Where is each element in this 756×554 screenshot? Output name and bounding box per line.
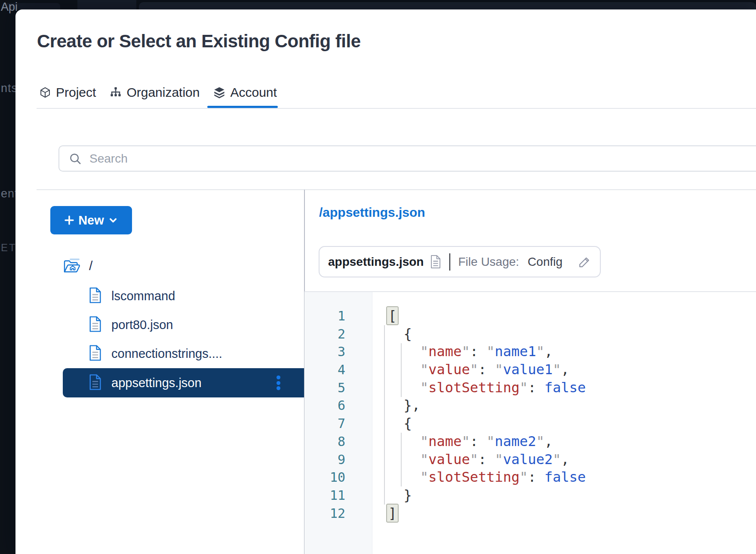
pencil-icon[interactable]	[578, 255, 591, 269]
tab-label: Organization	[126, 85, 200, 100]
line-number: 2	[304, 325, 372, 343]
line-number: 4	[304, 361, 372, 379]
code-line: "value": "value2",	[372, 451, 756, 469]
tab-organization[interactable]: Organization	[110, 85, 200, 100]
open-folder-home-icon	[63, 258, 82, 274]
code-line: [	[372, 307, 756, 325]
file-usage-label: File Usage:	[458, 255, 519, 269]
code-line: {	[372, 415, 756, 433]
tab-account[interactable]: Account	[213, 85, 277, 100]
cube-icon	[39, 86, 51, 98]
file-row-port80-json[interactable]: port80.json	[63, 310, 304, 339]
tab-project[interactable]: Project	[39, 85, 96, 100]
line-number: 6	[304, 397, 372, 415]
file-icon	[76, 287, 102, 305]
line-number: 7	[304, 415, 372, 433]
file-icon	[76, 316, 102, 334]
tab-label: Account	[230, 85, 277, 100]
line-number: 5	[304, 379, 372, 397]
code-line: }	[372, 486, 756, 505]
file-name: port80.json	[111, 318, 173, 332]
file-name: lscommand	[111, 289, 175, 303]
new-button-label: New	[78, 213, 104, 228]
code-line: "name": "name1",	[372, 343, 756, 361]
card-file-name: appsettings.json	[328, 255, 424, 269]
line-number: 12	[304, 505, 372, 523]
search-input[interactable]	[89, 151, 756, 166]
chevron-down-icon	[108, 215, 118, 225]
file-path-link[interactable]: /appsettings.json	[319, 205, 425, 220]
file-row-lscommand[interactable]: lscommand	[63, 281, 304, 311]
line-number: 3	[304, 343, 372, 361]
new-file-button[interactable]: New	[50, 206, 132, 234]
layers-icon	[213, 86, 225, 98]
file-icon	[76, 374, 102, 392]
background-topbar-fragment	[139, 2, 756, 9]
code-line: "name": "name2",	[372, 433, 756, 451]
screen: ApintsentsETI Create or Select an Existi…	[0, 0, 756, 554]
line-number: 1	[304, 307, 372, 325]
code-line: "value": "value1",	[372, 361, 756, 379]
search-box[interactable]	[58, 145, 756, 172]
line-number: 9	[304, 451, 372, 469]
code-line: "slotSetting": false	[372, 379, 756, 397]
card-divider	[449, 253, 451, 271]
plus-icon	[65, 215, 74, 225]
indent-guide	[384, 325, 385, 505]
background-text-fragment: Api	[1, 0, 18, 14]
page-title: Create or Select an Existing Config file	[37, 31, 361, 52]
indent-guide	[401, 433, 402, 486]
search-icon	[69, 152, 82, 165]
document-icon	[430, 254, 441, 269]
config-file-dialog: Create or Select an Existing Config file…	[15, 9, 756, 554]
line-number: 11	[304, 486, 372, 505]
scope-tabs: ProjectOrganizationAccount	[39, 83, 277, 102]
kebab-menu-icon[interactable]	[277, 375, 280, 390]
file-usage-card: appsettings.json File Usage: Config	[319, 246, 601, 277]
code-line: {	[372, 325, 756, 343]
code-line: },	[372, 397, 756, 415]
root-folder-row[interactable]: /	[63, 257, 92, 274]
indent-guide	[401, 343, 402, 397]
file-icon	[76, 345, 102, 363]
root-folder-label: /	[89, 259, 92, 273]
tab-label: Project	[56, 85, 96, 100]
tabs-divider	[37, 108, 756, 109]
code-line: ]	[372, 505, 756, 523]
org-chart-icon	[110, 86, 122, 98]
line-number: 10	[304, 468, 372, 486]
line-number: 8	[304, 433, 372, 451]
file-name: connectionstrings....	[111, 347, 222, 361]
file-name: appsettings.json	[111, 376, 202, 390]
code-editor[interactable]: [ { "name": "name1", "value": "value1", …	[372, 307, 756, 522]
background-topbar-fragment	[77, 0, 136, 9]
file-row-connectionstrings[interactable]: connectionstrings....	[63, 339, 304, 368]
file-row-appsettings-json[interactable]: appsettings.json	[63, 368, 304, 397]
file-usage-value: Config	[528, 255, 562, 269]
editor-line-numbers: 123456789101112	[304, 307, 372, 522]
code-line: "slotSetting": false	[372, 468, 756, 486]
search-divider	[37, 189, 756, 190]
